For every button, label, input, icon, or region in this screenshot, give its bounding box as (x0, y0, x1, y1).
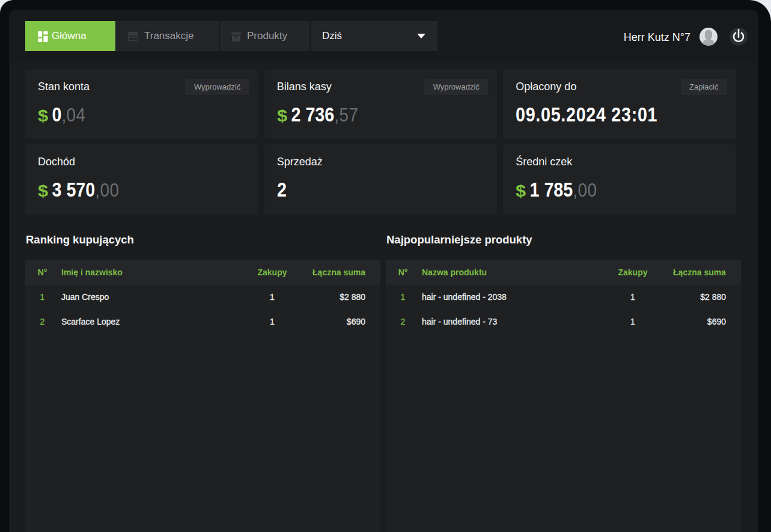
cell-number: 1 (34, 285, 51, 310)
tab-transakcje-label: Transakcje (144, 30, 194, 42)
cell-purchases: 1 (590, 285, 675, 310)
avatar[interactable] (699, 28, 718, 46)
currency-symbol: $ (277, 106, 287, 126)
card-value: $ 0,04 (38, 105, 85, 126)
col-header-purchases: Zakupy (590, 260, 675, 285)
popular-products-title: Najpopularniejsze produkty (386, 233, 532, 246)
table-header: N° Imię i nazwisko Zakupy Łączna suma (25, 260, 380, 285)
col-header-number: N° (394, 260, 412, 285)
card-bilans-kasy: Bilans kasy Wyprowadzić $ 2 736,57 (264, 69, 498, 139)
cell-name: hair - undefined - 73 (422, 310, 497, 334)
value-integer: 0 (52, 103, 61, 126)
card-value: 2 (277, 180, 287, 200)
currency-symbol: $ (38, 181, 48, 201)
card-dochod: Dochód $ 3 570,00 (25, 144, 258, 215)
window-frame: Główna Transakcje (0, 0, 771, 532)
dashboard-icon (38, 31, 48, 42)
card-title: Średni czek (516, 155, 572, 168)
logout-power-button[interactable] (730, 28, 748, 46)
table-row[interactable]: 2 Scarface Lopez 1 $690 (25, 310, 380, 334)
card-sredni-czek: Średni czek $ 1 785,00 (503, 144, 736, 215)
card-value: $ 3 570,00 (38, 180, 119, 201)
card-title: Opłacony do (516, 80, 576, 93)
withdraw-button[interactable]: Wyprowadzić (424, 79, 488, 95)
tab-produkty[interactable]: Produkty (220, 21, 309, 51)
value-integer: 2 736 (291, 103, 334, 126)
pay-button[interactable]: Zapłacić (681, 79, 727, 95)
stat-cards: Stan konta Wyprowadzić $ 0,04 Bilans kas… (25, 69, 736, 215)
period-select[interactable]: Dziś (311, 21, 437, 51)
table-row[interactable]: 2 hair - undefined - 73 1 $690 (386, 310, 741, 334)
cell-name: Scarface Lopez (61, 310, 120, 334)
card-lines-icon (128, 32, 138, 41)
card-value: 09.05.2024 23:01 (516, 105, 657, 124)
cell-purchases: 1 (230, 285, 315, 310)
account-name: Herr Kutz N°7 (624, 31, 690, 44)
col-header-total: Łączna suma (673, 260, 726, 285)
cell-total: $2 880 (700, 285, 726, 310)
period-select-value: Dziś (322, 30, 342, 42)
card-title: Bilans kasy (277, 80, 332, 93)
cell-total: $2 880 (340, 285, 365, 310)
col-header-total: Łączna suma (312, 260, 365, 285)
cell-number: 2 (394, 310, 412, 334)
user-area: Herr Kutz N°7 (624, 28, 748, 46)
currency-symbol: $ (38, 106, 48, 126)
cell-number: 2 (34, 310, 51, 334)
tab-bar: Główna Transakcje (25, 21, 437, 51)
value-decimal: ,57 (334, 104, 358, 126)
table-header: N° Nazwa produktu Zakupy Łączna suma (386, 260, 741, 285)
buyers-ranking-title: Ranking kupujących (26, 233, 134, 246)
chevron-down-icon (417, 34, 425, 38)
cell-number: 1 (394, 285, 412, 310)
archive-box-icon (231, 32, 241, 41)
cell-total: $690 (707, 310, 726, 334)
cell-purchases: 1 (230, 310, 315, 334)
card-title: Sprzedaż (277, 155, 323, 168)
table-row[interactable]: 1 Juan Crespo 1 $2 880 (25, 285, 380, 310)
value-integer: 1 785 (530, 179, 573, 201)
withdraw-button[interactable]: Wyprowadzić (185, 79, 249, 95)
app-window: Główna Transakcje (9, 10, 758, 532)
col-header-name: Imię i nazwisko (61, 260, 123, 285)
cell-name: hair - undefined - 2038 (422, 285, 507, 310)
card-title: Stan konta (38, 80, 90, 93)
cell-total: $690 (347, 310, 365, 334)
card-title: Dochód (38, 155, 75, 168)
popular-products-table: N° Nazwa produktu Zakupy Łączna suma 1 h… (386, 260, 741, 532)
cell-name: Juan Crespo (61, 285, 109, 310)
value-decimal: ,04 (61, 104, 85, 126)
card-stan-konta: Stan konta Wyprowadzić $ 0,04 (25, 69, 258, 139)
card-oplacony-do: Opłacony do Zapłacić 09.05.2024 23:01 (503, 69, 736, 139)
tab-produkty-label: Produkty (247, 30, 287, 42)
value-decimal: ,00 (573, 179, 597, 201)
card-value: $ 1 785,00 (516, 180, 597, 201)
card-sprzedaz: Sprzedaż 2 (264, 144, 498, 215)
tab-transakcje[interactable]: Transakcje (115, 21, 219, 51)
col-header-name: Nazwa produktu (422, 260, 487, 285)
table-row[interactable]: 1 hair - undefined - 2038 1 $2 880 (386, 285, 741, 310)
tab-glowna-label: Główna (52, 30, 87, 42)
currency-symbol: $ (516, 181, 526, 201)
buyers-ranking-table: N° Imię i nazwisko Zakupy Łączna suma 1 … (25, 260, 380, 532)
value-decimal: ,00 (95, 179, 119, 201)
col-header-purchases: Zakupy (230, 260, 315, 285)
tab-glowna[interactable]: Główna (25, 21, 115, 51)
col-header-number: N° (34, 260, 51, 285)
value-integer: 3 570 (52, 179, 95, 201)
card-value: $ 2 736,57 (277, 105, 358, 126)
cell-purchases: 1 (590, 310, 675, 334)
